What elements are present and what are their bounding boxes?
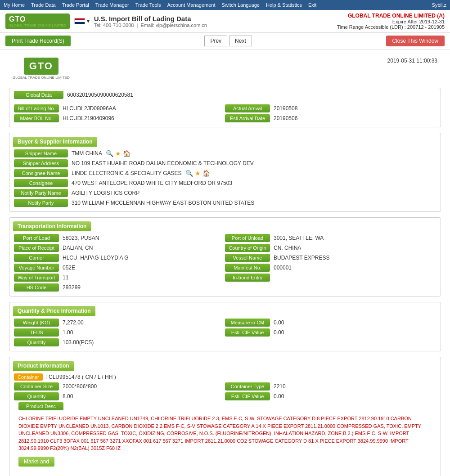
flag-selector[interactable]: ▾ bbox=[74, 18, 90, 24]
contact-email: Email: vip@pierschina.com.cn bbox=[140, 22, 207, 28]
hs-code-row: HS Code 293299 bbox=[14, 283, 436, 292]
prev-button-top[interactable]: Prev bbox=[204, 36, 227, 46]
nav-switch-language[interactable]: Switch Language bbox=[222, 2, 260, 8]
nav-trade-data[interactable]: Trade Data bbox=[31, 2, 56, 8]
carrier-value: HLCU, HAPAG-LLOYD A G bbox=[63, 255, 129, 261]
esti-cif-right: Esti. CIF Value 0.00 bbox=[225, 328, 436, 337]
product-qty-left: Quantity 8.00 bbox=[14, 392, 225, 400]
esti-cif-label: Esti. CIF Value bbox=[225, 328, 270, 337]
mater-bol-right: Esti Arrival Date 20190506 bbox=[225, 114, 436, 122]
shipper-address-label: Shipper Address bbox=[14, 159, 68, 167]
nav-trade-portal[interactable]: Trade Portal bbox=[62, 2, 89, 8]
teus-label: TEUS bbox=[14, 328, 59, 337]
product-esti-cif-label: Esti. CIF Value bbox=[225, 392, 270, 400]
consignee-name-label: Consignee Name bbox=[14, 169, 68, 177]
company-logo: GTO GLOBAL TRADE ONLINE LIMITED bbox=[5, 13, 70, 29]
shipper-star-icon[interactable]: ★ bbox=[115, 150, 121, 157]
quantity-value: 103.00(PCS) bbox=[63, 339, 94, 346]
consignee-search-icon[interactable]: 🔍 bbox=[185, 170, 193, 177]
us-flag bbox=[74, 18, 85, 24]
mater-bol-label: Mater BOL No. bbox=[14, 114, 59, 122]
header-title-block: U.S. Import Bill of Lading Data Tel: 400… bbox=[94, 15, 207, 28]
measure-cm-value: 0.00 bbox=[274, 319, 284, 326]
product-desc-text: CHLORINE TRIFLUORIDE EMPTY UNCLEANED UN1… bbox=[14, 412, 436, 455]
expire-info: Expire After 2019-12-31 bbox=[337, 19, 445, 24]
shipper-name-label: Shipper Name bbox=[14, 149, 68, 157]
global-data-label: Global Data bbox=[14, 91, 63, 99]
quantity-price-header: Quantity & Price Information bbox=[13, 306, 95, 316]
mater-bol-value: HLCUDL2190409096 bbox=[63, 115, 114, 121]
close-button-top[interactable]: Close This Window bbox=[386, 36, 445, 46]
consignee-star-icon[interactable]: ★ bbox=[195, 170, 201, 177]
quantity-price-section: Quantity & Price Information Weight (KG)… bbox=[9, 302, 441, 351]
nav-account-mgmt[interactable]: Account Management bbox=[167, 2, 216, 8]
print-button-top[interactable]: Print Trade Record(S) bbox=[5, 36, 71, 46]
container-type-right: Container Type 2210 bbox=[225, 382, 436, 391]
country-of-origin-label: Country of Origin bbox=[225, 244, 270, 252]
nav-my-home[interactable]: My Home bbox=[4, 2, 25, 8]
consignee-name-row: Consignee Name LINDE ELECTRONIC & SPECIA… bbox=[14, 169, 436, 177]
actual-arrival-value: 20190508 bbox=[274, 105, 297, 112]
vessel-name-value: BUDAPEST EXPRESS bbox=[274, 255, 330, 261]
voyage-number-value: 052E bbox=[63, 265, 75, 271]
consignee-home-icon[interactable]: 🏠 bbox=[202, 170, 210, 177]
quantity-row: Quantity 103.00(PCS) bbox=[14, 338, 436, 346]
receipt-origin-row: Place of Receipt DALIAN, CN Country of O… bbox=[14, 244, 436, 252]
notify-party-label: Notify Party bbox=[14, 199, 68, 207]
global-data-value: 6003201905090000620581 bbox=[67, 92, 133, 98]
shipper-search-icon[interactable]: 🔍 bbox=[106, 150, 113, 157]
port-load-left: Port of Load 58023, PUSAN bbox=[14, 234, 225, 242]
hs-code-label: HS Code bbox=[14, 283, 59, 292]
vessel-name-label: Vessel Name bbox=[225, 254, 270, 262]
transportation-section: Transportation Information Port of Load … bbox=[9, 217, 441, 296]
buyer-supplier-section: Buyer & Supplier Information Shipper Nam… bbox=[9, 133, 441, 212]
shipper-home-icon[interactable]: 🏠 bbox=[123, 150, 130, 157]
port-of-unload-label: Port of Unload bbox=[225, 234, 270, 242]
nav-trade-manager[interactable]: Trade Manager bbox=[95, 2, 129, 8]
carrier-label: Carrier bbox=[14, 254, 59, 262]
product-cif-right: Esti. CIF Value 0.00 bbox=[225, 392, 436, 400]
voyage-left: Voyage Number 052E bbox=[14, 264, 225, 272]
nav-trade-tools[interactable]: Trade Tools bbox=[135, 2, 161, 8]
nav-help-stats[interactable]: Help & Statistics bbox=[266, 2, 302, 8]
teus-cif-row: TEUS 1.00 Esti. CIF Value 0.00 bbox=[14, 328, 436, 337]
product-esti-cif-value: 0.00 bbox=[274, 393, 284, 400]
username: Sybil.z bbox=[432, 2, 446, 8]
consignee-icons: 🔍 ★ 🏠 bbox=[185, 170, 210, 177]
main-content: GTO GLOBAL TRADE ONLINE LIMITED 2019-05-… bbox=[0, 49, 450, 476]
country-of-origin-value: CN, CHINA bbox=[274, 245, 301, 251]
voyage-manifest-row: Voyage Number 052E Manifest No. 000001 bbox=[14, 264, 436, 272]
container-size-type-row: Container Size 2000*806*800 Container Ty… bbox=[14, 382, 436, 391]
user-info: Sybil.z bbox=[432, 2, 446, 8]
marks-and-button[interactable]: Marks and bbox=[18, 457, 54, 467]
voyage-number-label: Voyage Number bbox=[14, 264, 59, 272]
weight-left: Weight (KG) 7,272.00 bbox=[14, 319, 225, 327]
next-button-top[interactable]: Next bbox=[229, 36, 252, 46]
shipper-address-row: Shipper Address NO 109 EAST HUAIHE ROAD … bbox=[14, 159, 436, 167]
way-inbond-row: Way of Transport 11 In-bond Entry bbox=[14, 274, 436, 282]
way-of-transport-value: 11 bbox=[63, 274, 68, 281]
bol-right: Actual Arrival 20190508 bbox=[225, 104, 436, 112]
logo-sub: GLOBAL TRADE ONLINE LIMITED bbox=[9, 23, 66, 27]
nav-exit[interactable]: Exit bbox=[308, 2, 316, 8]
nav-buttons-top: Prev Next bbox=[204, 36, 252, 46]
consignee-row: Consignee 470 WEST ANTELOPE ROAD WHITE C… bbox=[14, 179, 436, 187]
record-logo: GTO GLOBAL TRADE ONLINE LIMITED bbox=[13, 58, 70, 80]
product-qty-cif-row: Quantity 8.00 Esti. CIF Value 0.00 bbox=[14, 392, 436, 400]
container-size-value: 2000*806*800 bbox=[63, 383, 97, 390]
product-desc-label: Product Desc bbox=[18, 402, 63, 410]
page-title: U.S. Import Bill of Lading Data bbox=[94, 15, 207, 22]
record-header: GTO GLOBAL TRADE ONLINE LIMITED 2019-05-… bbox=[9, 54, 441, 83]
carrier-vessel-row: Carrier HLCU, HAPAG-LLOYD A G Vessel Nam… bbox=[14, 254, 436, 262]
place-of-receipt-label: Place of Receipt bbox=[14, 244, 59, 252]
product-desc-label-row: Product Desc bbox=[18, 402, 432, 410]
consignee-value: 470 WEST ANTELOPE ROAD WHITE CITY MEDFOR… bbox=[72, 180, 232, 186]
transportation-header: Transportation Information bbox=[13, 221, 91, 231]
weight-label: Weight (KG) bbox=[14, 319, 59, 327]
shipper-icons: 🔍 ★ 🏠 bbox=[106, 150, 130, 157]
carrier-left: Carrier HLCU, HAPAG-LLOYD A G bbox=[14, 254, 225, 262]
nav-menu[interactable]: My Home Trade Data Trade Portal Trade Ma… bbox=[4, 2, 316, 8]
measure-cm-label: Measure in CM bbox=[225, 319, 270, 327]
container-size-label: Container Size bbox=[14, 382, 59, 391]
place-of-receipt-value: DALIAN, CN bbox=[63, 245, 93, 251]
